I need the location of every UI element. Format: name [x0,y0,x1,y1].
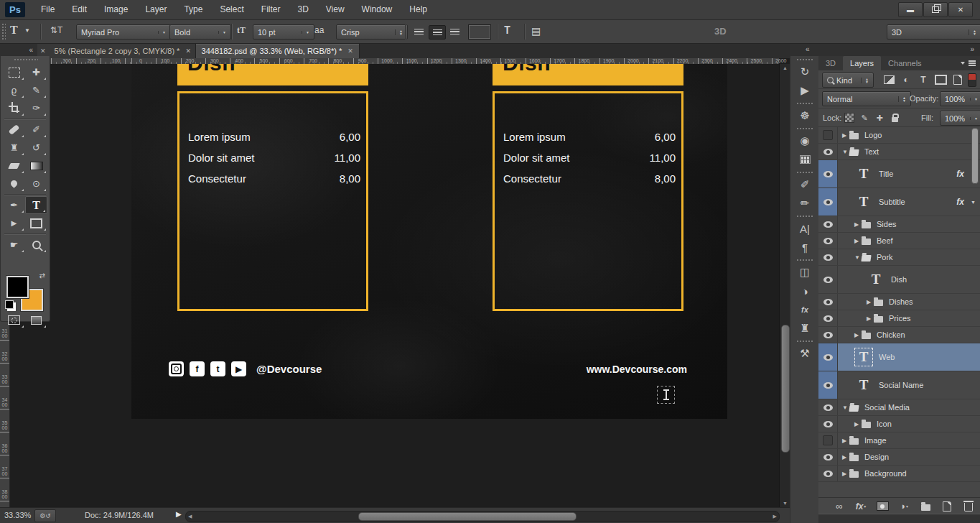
layer-row-sides[interactable]: ▶Sides [818,216,980,233]
panel-tab-layers[interactable]: Layers [843,56,881,70]
blend-mode-dropdown[interactable]: Normal ▲▼ [822,91,911,106]
adjustments-panel-icon[interactable]: ◑ [790,282,819,300]
layer-visibility-cell[interactable] [818,449,838,465]
eraser-tool[interactable] [3,157,25,175]
layer-row-dish[interactable]: TDish [818,266,980,294]
scroll-down-icon[interactable]: ▼ [783,501,788,506]
panel-tab-3d[interactable]: 3D [818,56,843,70]
zoom-level-field[interactable]: 33.33% [4,511,31,519]
shape-tool[interactable] [25,214,47,232]
layer-comps-panel-icon[interactable]: ◫ [790,263,819,282]
panel-tab-channels[interactable]: Channels [881,56,928,70]
menu-layer[interactable]: Layer [136,0,175,19]
styles-panel-icon[interactable]: fx [790,300,819,319]
font-size-dropdown[interactable]: 10 pt ▼ [253,24,314,40]
warp-text-icon[interactable]: 𝐓 [504,25,510,37]
move-tool[interactable]: ✚ [25,63,47,81]
layer-visibility-cell[interactable] [818,399,838,415]
expander-icon[interactable]: ▶ [842,471,849,477]
expander-icon[interactable]: ▼ [842,149,849,155]
layer-visibility-cell[interactable] [818,216,838,232]
align-right-button[interactable] [447,25,462,38]
layer-row-image[interactable]: ▶Image [818,432,980,449]
lock-pixels-icon[interactable]: ✎ [858,112,871,124]
clone-source-panel-icon[interactable]: ♜ [790,319,819,338]
lasso-tool[interactable]: ϱ [3,81,25,99]
foreground-color-swatch[interactable] [6,276,29,298]
close-button[interactable]: ✕ [948,2,973,17]
menu-window[interactable]: Window [353,0,401,19]
text-color-swatch[interactable] [468,24,491,40]
document-canvas[interactable]: DishLorem ipsum6,00Dolor sit amet11,00Co… [131,64,727,419]
expand-panels-icon[interactable]: » [970,45,974,53]
rectangular-marquee-tool[interactable] [3,63,25,81]
type-layer-filter-icon[interactable]: T [916,74,930,85]
type-tool[interactable]: T [25,196,47,214]
link-layers-icon[interactable]: ∞ [829,501,850,512]
expander-icon[interactable]: ▶ [842,438,849,444]
layer-row-chicken[interactable]: ▶Chicken [818,327,980,343]
expander-icon[interactable]: ▶ [842,132,849,139]
status-more-icon[interactable]: ▶ [176,510,182,518]
pen-tool[interactable]: ✒ [3,196,25,214]
restore-button[interactable] [923,2,948,17]
new-group-icon[interactable] [915,502,936,511]
dodge-tool[interactable]: ⊙ [25,175,47,193]
add-layer-mask-icon[interactable] [872,501,893,511]
swap-colors-icon[interactable]: ⇄ [39,272,45,279]
menu-3d[interactable]: 3D [289,0,317,19]
status-options-button[interactable]: ⚙↺ [34,509,56,522]
menu-file[interactable]: File [32,0,63,19]
menu-help[interactable]: Help [401,0,436,19]
navigator-panel-icon[interactable]: ☸ [790,106,819,125]
filter-kind-dropdown[interactable]: Kind ▲▼ [822,73,874,88]
quick-selection-tool[interactable]: ✎ [25,81,47,99]
layer-visibility-cell[interactable] [818,233,838,249]
layer-visibility-cell[interactable] [818,144,838,159]
layer-row-pork[interactable]: ▼Pork [818,249,980,266]
layer-row-design[interactable]: ▶Design [818,449,980,466]
workspace-dropdown[interactable]: 3D ▲▼ [887,24,980,40]
layer-visibility-cell[interactable] [818,188,838,216]
swatches-panel-icon[interactable] [790,150,819,169]
brush-panel-icon[interactable]: ✐ [790,175,819,194]
brush-presets-panel-icon[interactable]: ✏ [790,194,819,213]
menu-select[interactable]: Select [211,0,252,19]
align-center-button[interactable] [429,25,446,40]
new-layer-icon[interactable] [936,501,958,512]
layer-row-icon[interactable]: ▶Icon [818,416,980,432]
layer-row-subtitle[interactable]: TSubtitlefx▼ [818,188,980,216]
expander-icon[interactable]: ▶ [867,299,874,305]
shape-layer-filter-icon[interactable] [933,74,948,85]
scroll-left-icon[interactable]: ◀ [188,514,192,519]
layer-row-title[interactable]: TTitlefx▼ [818,160,980,188]
layer-visibility-cell[interactable] [818,416,838,432]
panel-menu-icon[interactable] [966,60,976,66]
layer-row-beef[interactable]: ▶Beef [818,233,980,249]
layer-visibility-cell[interactable] [818,371,838,399]
expander-icon[interactable]: ▼ [842,404,849,411]
zoom-tool[interactable] [25,236,47,254]
layer-row-social-name[interactable]: TSocial Name [818,371,980,399]
delete-layer-icon[interactable] [958,501,979,512]
layer-visibility-cell[interactable] [818,160,838,188]
vertical-scroll-thumb[interactable] [781,325,790,453]
new-adjustment-layer-icon[interactable]: ◑▾ [893,501,915,512]
smart-object-filter-icon[interactable] [951,74,965,85]
layer-visibility-cell[interactable] [818,249,838,265]
layer-row-background[interactable]: ▶Background [818,466,980,482]
collapse-dock-icon[interactable]: « [806,45,810,53]
layer-visibility-cell[interactable] [818,466,838,481]
tool-presets-panel-icon[interactable]: ⚒ [790,344,819,363]
actions-panel-icon[interactable]: ▶ [790,81,819,100]
layer-row-web[interactable]: TWeb [818,343,980,371]
fill-dropdown[interactable]: 100% ▼ [940,111,980,126]
healing-brush-tool[interactable] [3,121,25,139]
tools-panel-header[interactable]: « [0,44,37,56]
paragraph-panel-icon[interactable]: ¶ [790,238,819,256]
collapse-panel-icon[interactable]: « [29,46,33,54]
layer-filter-toggle[interactable] [968,73,976,87]
toggle-panels-icon[interactable]: ▤ [531,25,541,37]
font-family-dropdown[interactable]: Myriad Pro ▼ [76,24,171,40]
expander-icon[interactable]: ▶ [854,332,862,338]
